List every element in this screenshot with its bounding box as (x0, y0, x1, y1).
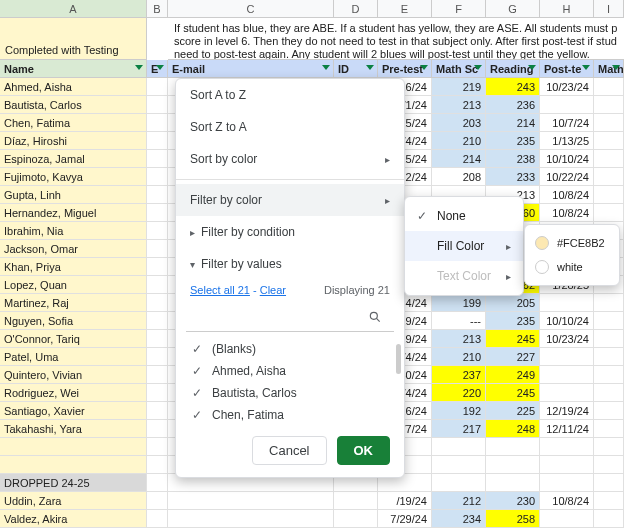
cell[interactable] (594, 402, 624, 419)
cell-name[interactable] (0, 456, 147, 473)
cell[interactable] (147, 168, 168, 185)
header-pretest[interactable]: Pre-test (378, 60, 432, 77)
cell[interactable] (147, 78, 168, 95)
sort-za[interactable]: Sort Z to A (176, 111, 404, 143)
cell-posttest[interactable]: 10/23/24 (540, 330, 594, 347)
filter-by-condition[interactable]: Filter by condition (176, 216, 404, 248)
filter-value-item[interactable]: ✓Chen, Fatima (190, 404, 390, 426)
cell-reading[interactable]: 249 (486, 366, 540, 383)
cell[interactable] (147, 312, 168, 329)
cell-math[interactable] (432, 456, 486, 473)
cell[interactable] (147, 348, 168, 365)
cell[interactable] (594, 438, 624, 455)
cell-posttest[interactable]: 10/8/24 (540, 204, 594, 221)
clear-link[interactable]: Clear (260, 284, 286, 296)
cell-math[interactable]: 210 (432, 132, 486, 149)
cell[interactable] (147, 294, 168, 311)
cell-name[interactable]: Díaz, Hiroshi (0, 132, 147, 149)
cell[interactable] (147, 276, 168, 293)
col-header-b[interactable]: B (147, 0, 168, 17)
filter-text-color[interactable]: Text Color (405, 261, 523, 291)
scrollbar-thumb[interactable] (396, 344, 401, 374)
cell[interactable] (147, 186, 168, 203)
cell[interactable] (147, 438, 168, 455)
cell[interactable] (147, 222, 168, 239)
cell-name[interactable] (0, 438, 147, 455)
cell-posttest[interactable]: 10/23/24 (540, 78, 594, 95)
cell[interactable] (147, 150, 168, 167)
cell[interactable] (147, 384, 168, 401)
cell-pretest[interactable]: /19/24 (378, 492, 432, 509)
cell-math[interactable]: 214 (432, 150, 486, 167)
col-header-d[interactable]: D (334, 0, 378, 17)
cell[interactable] (594, 330, 624, 347)
cell-math[interactable]: 237 (432, 366, 486, 383)
filter-color-none[interactable]: ✓None (405, 201, 523, 231)
cell-math[interactable]: 220 (432, 384, 486, 401)
cell-math[interactable]: 213 (432, 330, 486, 347)
cell-name[interactable]: Chen, Fatima (0, 114, 147, 131)
filter-search-box[interactable] (186, 306, 394, 332)
col-header-i[interactable]: I (594, 0, 624, 17)
cell-name[interactable]: Takahashi, Yara (0, 420, 147, 437)
cell-posttest[interactable] (540, 474, 594, 491)
filter-fill-color[interactable]: Fill Color (405, 231, 523, 261)
filter-by-color[interactable]: Filter by color (176, 184, 404, 216)
header-reading[interactable]: Reading (486, 60, 540, 77)
cell[interactable] (168, 510, 334, 527)
cell-reading[interactable]: 233 (486, 168, 540, 185)
sort-by-color[interactable]: Sort by color (176, 143, 404, 175)
cell-posttest[interactable]: 10/8/24 (540, 186, 594, 203)
cell-reading[interactable]: 236 (486, 96, 540, 113)
cell[interactable] (594, 78, 624, 95)
cell-math[interactable]: 219 (432, 78, 486, 95)
cell-posttest[interactable]: 1/13/25 (540, 132, 594, 149)
header-name[interactable]: Name (0, 60, 147, 77)
cell-posttest[interactable] (540, 384, 594, 401)
header-email-initial[interactable]: E (147, 60, 168, 77)
filter-search-input[interactable] (188, 311, 368, 327)
select-all-link[interactable]: Select all 21 (190, 284, 250, 296)
cell[interactable] (594, 186, 624, 203)
header-math-sc[interactable]: Math Sc (432, 60, 486, 77)
cell-name[interactable]: Santiago, Xavier (0, 402, 147, 419)
cell[interactable] (168, 492, 334, 509)
cell-posttest[interactable]: 10/10/24 (540, 312, 594, 329)
cell[interactable] (594, 510, 624, 527)
cell[interactable] (594, 420, 624, 437)
cell-math[interactable]: 234 (432, 510, 486, 527)
cell-name[interactable]: Gupta, Linh (0, 186, 147, 203)
cell[interactable] (147, 96, 168, 113)
cell-posttest[interactable]: 10/8/24 (540, 492, 594, 509)
cell-reading[interactable]: 230 (486, 492, 540, 509)
cell[interactable] (147, 240, 168, 257)
cell[interactable] (594, 474, 624, 491)
cell-name[interactable]: DROPPED 24-25 (0, 474, 147, 491)
cell[interactable] (147, 366, 168, 383)
cell-reading[interactable]: 214 (486, 114, 540, 131)
cell-math[interactable]: 208 (432, 168, 486, 185)
filter-value-item[interactable]: ✓Ahmed, Aisha (190, 360, 390, 382)
header-postte[interactable]: Post-te (540, 60, 594, 77)
cancel-button[interactable]: Cancel (252, 436, 326, 465)
cell[interactable] (334, 510, 378, 527)
cell-reading[interactable]: 248 (486, 420, 540, 437)
cell-posttest[interactable] (540, 456, 594, 473)
cell-reading[interactable] (486, 438, 540, 455)
cell[interactable] (147, 330, 168, 347)
cell[interactable] (147, 258, 168, 275)
col-header-h[interactable]: H (540, 0, 594, 17)
cell-name[interactable]: Khan, Priya (0, 258, 147, 275)
cell-pretest[interactable]: 7/29/24 (378, 510, 432, 527)
fill-color-option-1[interactable]: #FCE8B2 (525, 231, 619, 255)
cell-reading[interactable]: 243 (486, 78, 540, 95)
cell[interactable] (594, 366, 624, 383)
cell-name[interactable]: Martinez, Raj (0, 294, 147, 311)
cell[interactable] (147, 204, 168, 221)
cell[interactable] (594, 348, 624, 365)
cell[interactable] (594, 168, 624, 185)
cell-reading[interactable]: 245 (486, 384, 540, 401)
cell[interactable] (594, 150, 624, 167)
cell-name[interactable]: Espinoza, Jamal (0, 150, 147, 167)
cell[interactable] (147, 510, 168, 527)
